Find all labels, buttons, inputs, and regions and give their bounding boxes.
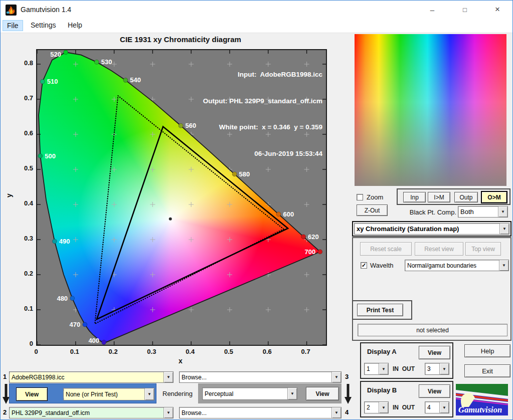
display-b-view-button[interactable]: View xyxy=(419,384,450,398)
tick-label: 0.6 xyxy=(257,348,277,355)
wavelength-dot-470 xyxy=(83,322,87,327)
wavelength-dot-400 xyxy=(102,340,106,345)
status-field: not selected xyxy=(358,324,507,336)
wavelength-label-500: 500 xyxy=(45,152,56,160)
rendering-intent-select[interactable]: Perceptual ▼ xyxy=(202,387,297,400)
dropdown-arrow-icon[interactable]: ▼ xyxy=(439,402,449,413)
input-profile-select[interactable]: AdobeRGB1998.icc ▼ xyxy=(9,371,174,383)
wavelength-label-520: 520 xyxy=(50,51,61,58)
minimize-button[interactable]: – xyxy=(421,2,444,18)
output-profile-select[interactable]: PHL 329P9_standard_off.icm ▼ xyxy=(9,407,174,418)
exit-button[interactable]: Exit xyxy=(464,364,510,377)
view-left-panel: View None (or Print Test) ▼ xyxy=(9,383,156,403)
wavelength-dot-500 xyxy=(38,154,43,158)
display-a-view-button[interactable]: View xyxy=(419,346,450,359)
dropdown-arrow-icon[interactable]: ▼ xyxy=(163,407,173,418)
tick-label: 0.5 xyxy=(219,348,239,355)
display-b-out-select[interactable]: 4 ▼ xyxy=(425,401,449,413)
inp-button[interactable]: Inp xyxy=(403,192,426,202)
help-button[interactable]: Help xyxy=(464,344,510,357)
tick-label: 0.6 xyxy=(13,129,33,137)
print-test-pattern-select[interactable]: None (or Print Test) ▼ xyxy=(63,388,154,400)
wavelength-dot-560 xyxy=(179,123,183,128)
chart-title: CIE 1931 xy Chromaticity diagram xyxy=(5,35,356,44)
wavelength-dot-600 xyxy=(276,212,281,217)
tick-label: 0.1 xyxy=(65,348,85,355)
o-to-m-button[interactable]: O>M xyxy=(481,191,507,203)
chart-info-block: Input: AdobeRGB1998.icc Output: PHL 329P… xyxy=(203,53,322,175)
white-point-marker xyxy=(169,218,172,221)
menu-help[interactable]: Help xyxy=(64,20,86,31)
boundaries-select[interactable]: Normal/gamut boundaries ▼ xyxy=(405,260,509,271)
top-view-button[interactable]: Top view xyxy=(465,242,501,256)
outp-button[interactable]: Outp xyxy=(454,192,478,202)
tick-label: 0.5 xyxy=(13,164,33,172)
browse-input-select[interactable]: Browse... ▼ xyxy=(179,371,341,383)
menu-file[interactable]: File xyxy=(3,20,23,31)
dropdown-arrow-icon[interactable]: ▼ xyxy=(499,224,509,234)
tick-label: 0.8 xyxy=(13,59,33,67)
dropdown-arrow-icon[interactable]: ▼ xyxy=(331,372,341,382)
slot1-number: 1 xyxy=(3,373,7,380)
window-title: Gamutvision 1.4 xyxy=(21,6,71,14)
tick-label: 0.2 xyxy=(13,270,33,277)
tick-label: 0.3 xyxy=(13,235,33,242)
rendering-panel: Perceptual ▼ View xyxy=(198,383,341,403)
info-input: Input: AdobeRGB1998.icc xyxy=(203,70,322,79)
display-b-title: Display B xyxy=(367,386,397,394)
wavelength-label-400: 400 xyxy=(88,337,99,344)
menu-bar: File Settings Help xyxy=(1,19,512,33)
print-test-button[interactable]: Print Test xyxy=(357,304,403,316)
z-out-button[interactable]: Z-Out xyxy=(357,204,388,216)
gamutvision-logo: Gamutvision xyxy=(456,384,508,415)
wavelength-label-530: 530 xyxy=(101,58,112,66)
slot3-number: 3 xyxy=(345,373,349,380)
wavelength-label-560: 560 xyxy=(186,122,197,129)
dropdown-arrow-icon[interactable]: ▼ xyxy=(163,372,173,382)
reset-scale-button[interactable]: Reset scale xyxy=(360,242,412,256)
zoom-checkbox[interactable] xyxy=(357,194,363,200)
display-a-title: Display A xyxy=(367,348,397,355)
i-to-m-button[interactable]: I>M xyxy=(428,192,450,202)
tick-label: 0.3 xyxy=(141,348,161,355)
black-pt-comp-label: Black Pt. Comp. xyxy=(404,208,456,216)
wavelth-checkbox[interactable]: ✓ xyxy=(361,262,367,269)
view-input-button[interactable]: View xyxy=(16,387,48,401)
dropdown-arrow-icon[interactable]: ▼ xyxy=(379,363,388,374)
dropdown-arrow-icon[interactable]: ▼ xyxy=(144,388,154,400)
display-a-group: Display A View 1 ▼ IN OUT 3 ▼ xyxy=(360,342,453,379)
tick-label: 0.7 xyxy=(13,94,33,102)
display-a-inout-label: IN OUT xyxy=(393,365,415,372)
x-axis-label: x xyxy=(170,357,191,365)
wavelength-label-480: 480 xyxy=(57,295,68,302)
close-button[interactable]: × xyxy=(486,2,509,18)
wavelength-dot-700 xyxy=(318,250,322,254)
tick-label: 0.4 xyxy=(180,348,200,355)
dropdown-arrow-icon[interactable]: ▼ xyxy=(287,388,297,399)
maximize-button[interactable]: □ xyxy=(453,2,476,18)
wavelength-dot-490 xyxy=(52,239,57,244)
chromaticity-plot[interactable]: 4004704804905005105205305405605806006207… xyxy=(36,49,327,346)
dropdown-arrow-icon[interactable]: ▼ xyxy=(498,206,507,217)
view-mode-select[interactable]: xy Chromaticity (Saturation map) ▼ xyxy=(354,223,509,235)
wavelength-dot-530 xyxy=(94,60,99,64)
display-b-in-select[interactable]: 2 ▼ xyxy=(364,401,389,413)
menu-settings[interactable]: Settings xyxy=(27,20,60,31)
info-output: Output: PHL 329P9_standard_off.icm xyxy=(203,97,322,106)
dropdown-arrow-icon[interactable]: ▼ xyxy=(379,402,388,413)
display-a-out-select[interactable]: 3 ▼ xyxy=(425,363,449,375)
saturation-map-preview[interactable] xyxy=(355,34,506,186)
slot4-number: 4 xyxy=(345,408,349,416)
dropdown-arrow-icon[interactable]: ▼ xyxy=(331,407,341,418)
reset-view-button[interactable]: Reset view xyxy=(415,242,463,256)
wavelength-dot-620 xyxy=(301,235,306,239)
display-b-inout-label: IN OUT xyxy=(393,404,415,411)
dropdown-arrow-icon[interactable]: ▼ xyxy=(499,260,508,271)
view-output-button[interactable]: View xyxy=(306,387,339,400)
dropdown-arrow-icon[interactable]: ▼ xyxy=(439,363,449,374)
wavelength-label-600: 600 xyxy=(283,211,294,218)
browse-output-select[interactable]: Browse... ▼ xyxy=(179,407,341,418)
slot2-number: 2 xyxy=(3,408,7,416)
display-a-in-select[interactable]: 1 ▼ xyxy=(364,363,389,375)
black-pt-comp-select[interactable]: Both ▼ xyxy=(458,206,508,218)
